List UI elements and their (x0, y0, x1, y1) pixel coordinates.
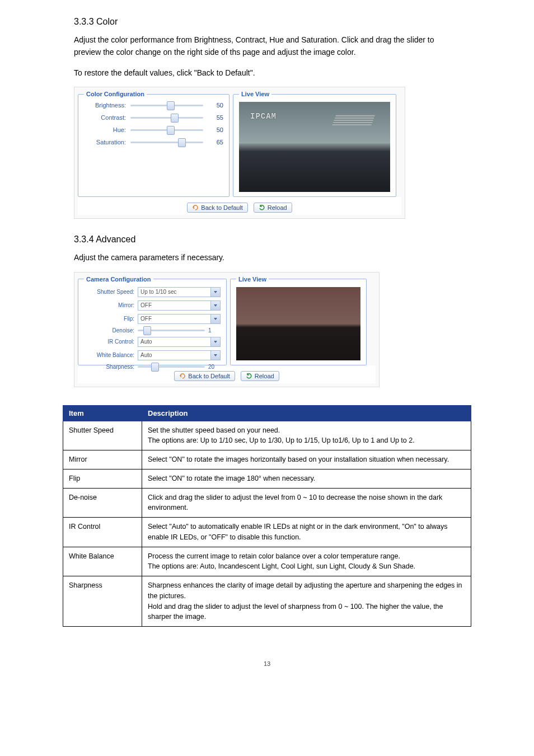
combo-ircontrol[interactable]: Auto (138, 337, 221, 347)
cell-item: Sharpness (63, 576, 142, 627)
cell-item: Flip (63, 469, 142, 488)
button-bar-color: Back to Default Reload (78, 197, 401, 215)
table-row: Shutter SpeedSet the shutter speed based… (63, 421, 471, 450)
cell-item: Mirror (63, 450, 142, 469)
slider-brightness[interactable] (130, 102, 203, 108)
table-row: MirrorSelect "ON" to rotate the images h… (63, 450, 471, 469)
reload-icon (246, 373, 252, 379)
color-config-panel: Color Configuration Brightness: 50 Contr… (78, 91, 229, 197)
reload-icon (259, 204, 265, 211)
label-mirror: Mirror: (84, 302, 134, 308)
value-brightness: 50 (208, 102, 223, 109)
cell-item: De-noise (63, 488, 142, 518)
slider-sharpness[interactable] (138, 364, 205, 369)
advanced-screenshot: Camera Configuration Shutter Speed: Up t… (74, 272, 380, 387)
label-contrast: Contrast: (84, 114, 126, 121)
page-number: 13 (0, 660, 534, 667)
table-row: De-noiseClick and drag the slider to adj… (63, 488, 471, 518)
back-to-default-button[interactable]: Back to Default (187, 203, 248, 213)
back-to-default-label: Back to Default (201, 204, 243, 211)
label-whitebalance: White Balance: (84, 352, 134, 358)
reload-label: Reload (268, 204, 287, 211)
cell-item: White Balance (63, 547, 142, 576)
camera-config-legend: Camera Configuration (84, 276, 153, 283)
combo-shutter[interactable]: Up to 1/10 sec (138, 287, 221, 297)
slider-denoise[interactable] (138, 327, 205, 333)
th-desc: Description (142, 405, 471, 421)
back-icon (192, 204, 199, 211)
row-denoise: Denoise: 1 (84, 327, 221, 334)
row-shutter: Shutter Speed: Up to 1/10 sec (84, 287, 221, 297)
slider-hue[interactable] (130, 127, 203, 133)
row-contrast: Contrast: 55 (84, 114, 223, 121)
slider-saturation[interactable] (130, 139, 203, 145)
camera-config-panel: Camera Configuration Shutter Speed: Up t… (78, 276, 227, 365)
back-to-default-label-adv: Back to Default (188, 373, 230, 379)
th-item: Item (63, 405, 142, 421)
ipcam-overlay: IPCAM (250, 112, 277, 121)
cell-desc: Select "ON" to rotate the image 180° whe… (142, 469, 471, 488)
reload-label-adv: Reload (255, 373, 274, 379)
label-shutter: Shutter Speed: (84, 289, 134, 295)
row-whitebalance: White Balance: Auto (84, 350, 221, 360)
back-to-default-button-adv[interactable]: Back to Default (174, 371, 235, 381)
table-row: SharpnessSharpness enhances the clarity … (63, 576, 471, 627)
cell-desc: Select "ON" to rotate the images horizon… (142, 450, 471, 469)
value-denoise: 1 (208, 327, 221, 334)
label-denoise: Denoise: (84, 327, 134, 334)
live-image-color: IPCAM (239, 102, 390, 192)
parameters-table: Item Description Shutter SpeedSet the sh… (63, 405, 471, 627)
value-hue: 50 (208, 126, 223, 133)
table-row: White BalanceProcess the current image t… (63, 547, 471, 576)
chevron-down-icon (210, 314, 220, 323)
cell-item: Shutter Speed (63, 421, 142, 450)
live-view-panel-advanced: Live View (230, 276, 367, 365)
table-row: IR ControlSelect "Auto" to automatically… (63, 518, 471, 547)
label-brightness: Brightness: (84, 102, 126, 109)
cell-desc: Process the current image to retain colo… (142, 547, 471, 576)
slider-contrast[interactable] (130, 115, 203, 120)
reload-button[interactable]: Reload (254, 203, 292, 213)
para-color-1: Adjust the color performance from Bright… (74, 34, 460, 59)
combo-whitebalance[interactable]: Auto (138, 350, 221, 360)
chevron-down-icon (210, 301, 220, 310)
live-view-panel-color: Live View IPCAM (233, 91, 396, 197)
label-sharpness: Sharpness: (84, 364, 134, 370)
value-saturation: 65 (208, 139, 223, 145)
cell-desc: Click and drag the slider to adjust the … (142, 488, 471, 518)
live-view-legend-color: Live View (239, 91, 271, 97)
live-view-legend-advanced: Live View (236, 276, 269, 283)
cell-desc: Sharpness enhances the clarity of image … (142, 576, 471, 627)
row-flip: Flip: OFF (84, 314, 221, 324)
chevron-down-icon (210, 337, 220, 346)
heading-advanced: 3.3.4 Advanced (74, 234, 460, 245)
cell-desc: Set the shutter speed based on your need… (142, 421, 471, 450)
label-saturation: Saturation: (84, 139, 126, 145)
live-image-advanced (236, 287, 360, 360)
reload-button-adv[interactable]: Reload (241, 371, 279, 381)
row-saturation: Saturation: 65 (84, 139, 223, 145)
label-ircontrol: IR Control: (84, 339, 134, 345)
combo-flip[interactable]: OFF (138, 314, 221, 324)
label-flip: Flip: (84, 316, 134, 322)
combo-mirror[interactable]: OFF (138, 300, 221, 311)
value-contrast: 55 (208, 114, 223, 121)
color-config-legend: Color Configuration (84, 91, 147, 97)
heading-color: 3.3.3 Color (74, 17, 460, 27)
back-icon (179, 373, 186, 379)
para-color-2: To restore the default values, click "Ba… (74, 67, 460, 79)
chevron-down-icon (210, 351, 220, 360)
row-sharpness: Sharpness: 20 (84, 364, 221, 370)
color-screenshot: Color Configuration Brightness: 50 Contr… (74, 87, 405, 219)
row-ircontrol: IR Control: Auto (84, 337, 221, 347)
cell-desc: Select "Auto" to automatically enable IR… (142, 518, 471, 547)
row-mirror: Mirror: OFF (84, 300, 221, 311)
cell-item: IR Control (63, 518, 142, 547)
table-row: FlipSelect "ON" to rotate the image 180°… (63, 469, 471, 488)
row-brightness: Brightness: 50 (84, 102, 223, 109)
chevron-down-icon (210, 288, 220, 297)
row-hue: Hue: 50 (84, 126, 223, 133)
value-sharpness: 20 (208, 364, 221, 370)
label-hue: Hue: (84, 126, 126, 133)
para-advanced-1: Adjust the camera parameters if necessar… (74, 251, 460, 264)
